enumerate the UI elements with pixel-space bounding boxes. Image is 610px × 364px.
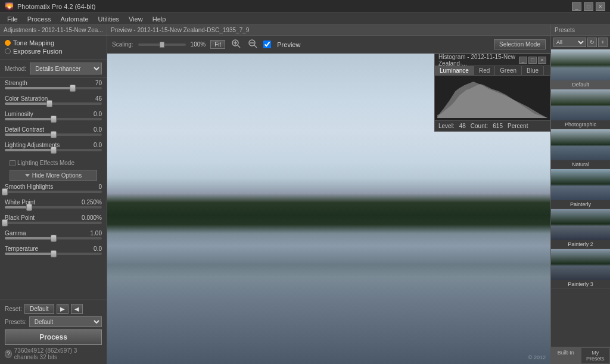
color-sat-track[interactable]	[5, 102, 102, 105]
smooth-hl-track[interactable]	[5, 191, 102, 193]
menu-utilities[interactable]: Utilities	[94, 14, 124, 24]
sliders-section: Strength 70 Color Saturation 46	[0, 77, 107, 300]
svg-line-1	[238, 45, 240, 48]
preset-thumb-photographic	[551, 89, 610, 120]
hist-percent-label: Percent	[508, 123, 528, 129]
lighting-track[interactable]	[5, 149, 102, 151]
preset-item-painterly[interactable]: Painterly	[551, 169, 610, 209]
slider-detail-contrast: Detail Contrast 0.0	[5, 126, 102, 136]
presets-add-btn[interactable]: +	[598, 38, 608, 47]
preset-tabs: Built-In My Presets	[551, 347, 610, 364]
menu-help[interactable]: Help	[148, 14, 171, 24]
back-btn[interactable]: ◀	[71, 304, 83, 314]
help-row: ? 7360x4912 (862x597) 3 channels 32 bits	[5, 347, 102, 360]
smooth-hl-value: 0	[98, 183, 102, 190]
scaling-label: Scaling:	[112, 41, 133, 48]
close-btn[interactable]: ×	[596, 2, 605, 11]
histogram-info: Level: 48 Count: 615 Percent	[435, 120, 550, 131]
gamma-value: 1.00	[91, 230, 102, 237]
left-panel: Adjustments - 2012-11-15-New Zea... Tone…	[0, 25, 107, 364]
radio-exposure[interactable]	[5, 48, 11, 54]
menu-automate[interactable]: Automate	[55, 14, 93, 24]
presets-filter-select[interactable]: All	[553, 38, 586, 47]
adjustments-header: Adjustments - 2012-11-15-New Zea...	[0, 25, 107, 36]
zoom-in-btn[interactable]	[230, 39, 242, 50]
hist-restore-btn[interactable]: □	[528, 57, 537, 64]
preview-checkbox[interactable]	[263, 41, 271, 48]
selection-mode-btn[interactable]: Selection Mode	[494, 39, 546, 49]
preset-thumb-painterly	[551, 169, 610, 200]
preview-image-area: © 2012 Histogram - 2012-11-15-New Zealan…	[107, 54, 550, 364]
preset-tab-builtin[interactable]: Built-In	[551, 347, 581, 364]
reset-label: Reset:	[5, 306, 22, 312]
default-btn[interactable]: Default	[24, 304, 54, 314]
hist-tab-luminance[interactable]: Luminance	[435, 66, 474, 75]
slider-gamma: Gamma 1.00	[5, 230, 102, 239]
menu-view[interactable]: View	[124, 14, 148, 24]
preset-item-photographic[interactable]: Photographic	[551, 89, 610, 129]
fit-btn[interactable]: Fit	[210, 40, 225, 49]
white-pt-track[interactable]	[5, 206, 102, 209]
menu-process[interactable]: Process	[23, 14, 56, 24]
preset-item-painterly3[interactable]: Painterly 3	[551, 249, 610, 289]
preset-thumb-default	[551, 49, 610, 80]
hist-tab-green[interactable]: Green	[495, 66, 522, 75]
presets-select[interactable]: Default	[29, 316, 102, 327]
hide-more-btn[interactable]: Hide More Options	[10, 170, 97, 181]
scaling-pct: 100%	[191, 41, 206, 48]
title-bar: 🌄 Photomatix Pro 4.2 (64-bit) _ □ ×	[0, 0, 610, 13]
slider-luminosity: Luminosity 0.0	[5, 111, 102, 120]
strength-track[interactable]	[5, 87, 102, 89]
hist-close-btn[interactable]: ×	[538, 57, 546, 64]
process-option-exposure[interactable]: Exposure Fusion	[5, 48, 102, 55]
hist-count-label: Count:	[471, 123, 488, 129]
menu-file[interactable]: File	[2, 14, 23, 24]
preset-item-painterly2[interactable]: Painterly 2	[551, 209, 610, 249]
luminosity-track[interactable]	[5, 118, 102, 120]
preset-tab-mypresets[interactable]: My Presets	[581, 347, 611, 364]
radio-tonemapping[interactable]	[5, 40, 11, 46]
maximize-btn[interactable]: □	[584, 2, 593, 11]
slider-temperature: Temperature 0.0	[5, 245, 102, 255]
center-panel: Preview - 2012-11-15-New Zealand-DSC_193…	[107, 25, 550, 364]
preset-thumb-painterly3	[551, 249, 610, 280]
forward-btn[interactable]: ▶	[57, 304, 69, 314]
method-select[interactable]: Details Enhancer	[30, 63, 102, 74]
temperature-track[interactable]	[5, 253, 102, 255]
color-sat-value: 46	[95, 95, 102, 102]
hist-tab-blue[interactable]: Blue	[522, 66, 544, 75]
smooth-hl-label: Smooth Highlights	[5, 183, 53, 190]
presets-label: Presets:	[5, 319, 27, 325]
process-option-tonemapping[interactable]: Tone Mapping	[5, 39, 102, 46]
preview-label: Preview	[277, 41, 300, 48]
preset-item-natural[interactable]: Natural	[551, 129, 610, 169]
preset-item-default[interactable]: Default	[551, 49, 610, 89]
process-button[interactable]: Process	[5, 329, 102, 345]
minimize-btn[interactable]: _	[572, 2, 581, 11]
lighting-effects-checkbox[interactable]	[10, 160, 15, 166]
presets-refresh-btn[interactable]: ↻	[587, 38, 597, 47]
slider-white-point: White Point 0.250%	[5, 199, 102, 209]
detail-contrast-track[interactable]	[5, 133, 102, 136]
lighting-effects-label: Lighting Effects Mode	[17, 160, 74, 166]
hist-level-value: 48	[459, 123, 466, 129]
color-sat-label: Color Saturation	[5, 95, 48, 102]
black-pt-track[interactable]	[5, 222, 102, 224]
method-section: Method: Details Enhancer	[0, 60, 107, 77]
slider-strength: Strength 70	[5, 80, 102, 89]
app-title: Photomatix Pro 4.2 (64-bit)	[17, 3, 95, 10]
scaling-slider[interactable]	[138, 43, 186, 46]
help-btn[interactable]: ?	[5, 350, 12, 358]
triangle-icon	[25, 174, 30, 177]
zoom-out-btn[interactable]	[247, 39, 259, 50]
gamma-track[interactable]	[5, 237, 102, 239]
presets-row: Presets: Default	[5, 316, 102, 327]
detail-contrast-value: 0.0	[94, 126, 102, 133]
scaling-thumb[interactable]	[160, 42, 164, 48]
temperature-label: Temperature	[5, 245, 38, 252]
hist-minimize-btn[interactable]: _	[519, 57, 527, 64]
histogram-title: Histogram - 2012-11-15-New Zealand-...	[438, 54, 519, 67]
hist-tab-red[interactable]: Red	[474, 66, 495, 75]
method-label: Method:	[5, 66, 26, 72]
preset-label-painterly3: Painterly 3	[551, 280, 610, 288]
